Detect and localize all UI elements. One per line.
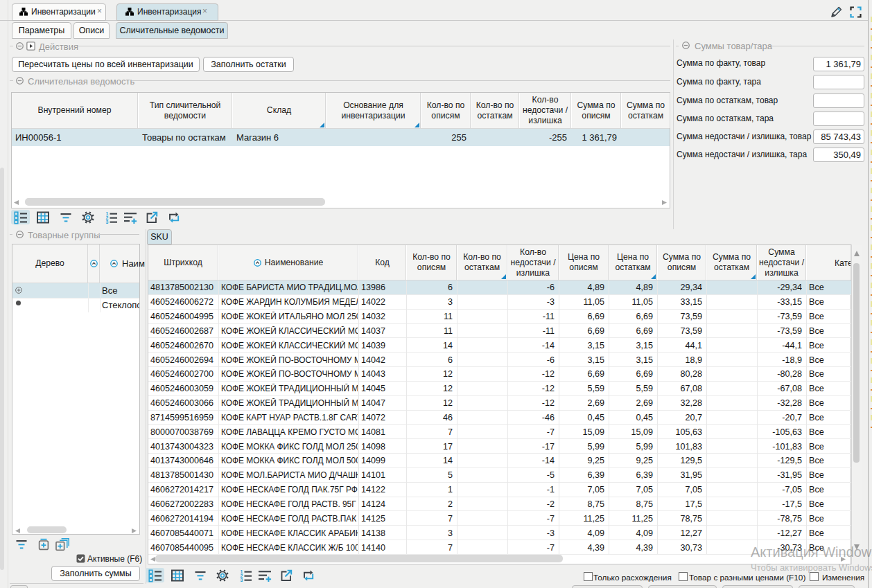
- svg-text:3: 3: [105, 220, 108, 224]
- svg-text:3: 3: [240, 578, 243, 582]
